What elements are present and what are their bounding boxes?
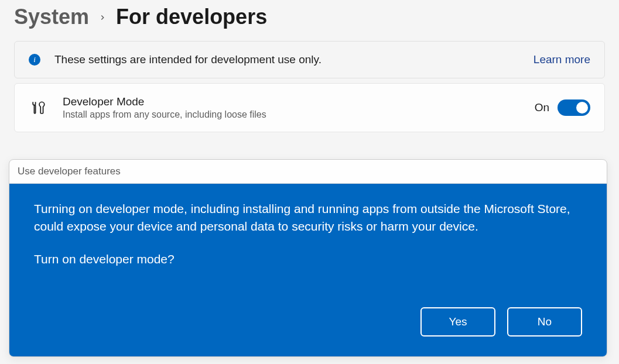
confirmation-dialog: Use developer features Turning on develo… — [9, 159, 607, 357]
toggle-state-label: On — [535, 101, 549, 114]
developer-mode-title: Developer Mode — [63, 95, 535, 108]
page-title: For developers — [116, 5, 267, 29]
info-banner: i These settings are intended for develo… — [14, 41, 605, 78]
dialog-title: Use developer features — [9, 160, 607, 184]
breadcrumb: System For developers — [14, 0, 605, 41]
dialog-body: Turning on developer mode, including ins… — [9, 184, 607, 356]
toggle-wrap: On — [535, 99, 590, 116]
developer-mode-setting[interactable]: Developer Mode Install apps from any sou… — [14, 83, 605, 132]
chevron-right-icon — [98, 9, 107, 25]
info-banner-text: These settings are intended for developm… — [54, 53, 533, 66]
developer-mode-description: Install apps from any source, including … — [63, 109, 535, 120]
developer-mode-toggle[interactable] — [558, 99, 590, 116]
info-icon: i — [29, 54, 40, 66]
learn-more-link[interactable]: Learn more — [533, 53, 590, 66]
developer-tools-icon — [31, 100, 46, 115]
dialog-message: Turning on developer mode, including ins… — [34, 200, 582, 236]
dialog-buttons: Yes No — [34, 307, 582, 336]
yes-button[interactable]: Yes — [420, 307, 495, 336]
setting-text: Developer Mode Install apps from any sou… — [63, 95, 535, 120]
dialog-question: Turn on developer mode? — [34, 252, 582, 266]
no-button[interactable]: No — [507, 307, 582, 336]
breadcrumb-parent[interactable]: System — [14, 5, 89, 29]
